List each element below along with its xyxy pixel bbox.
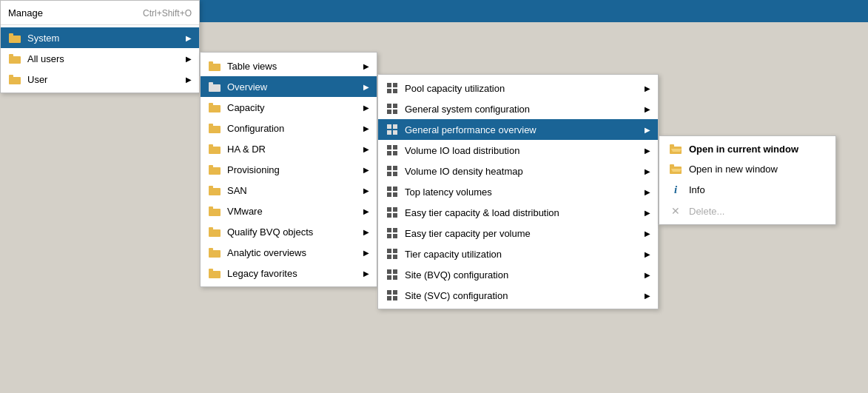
provisioning-label: Provisioning bbox=[227, 164, 356, 175]
analytic-overviews-item[interactable]: Analytic overviews ▶ bbox=[201, 242, 377, 263]
san-label: SAN bbox=[227, 185, 356, 196]
svg-rect-66 bbox=[387, 275, 391, 280]
qualify-bvq-item[interactable]: Qualify BVQ objects ▶ bbox=[201, 221, 377, 242]
svg-rect-54 bbox=[387, 213, 391, 218]
site-bvq-config-grid-icon bbox=[386, 268, 399, 281]
open-current-folder-open-icon bbox=[668, 144, 683, 154]
qualify-bvq-arrow: ▶ bbox=[363, 228, 369, 236]
svg-rect-46 bbox=[387, 172, 391, 176]
open-new-label: Open in new window bbox=[689, 164, 778, 175]
svg-rect-70 bbox=[387, 296, 391, 300]
svg-rect-50 bbox=[387, 192, 391, 197]
san-folder-icon bbox=[208, 184, 221, 197]
manage-item[interactable]: Manage Ctrl+Shift+O bbox=[1, 4, 199, 22]
system-item[interactable]: System ▶ bbox=[1, 27, 199, 48]
tier-capacity-arrow: ▶ bbox=[645, 250, 650, 258]
qualify-bvq-folder-icon bbox=[208, 225, 221, 238]
svg-rect-4 bbox=[9, 77, 21, 84]
capacity-folder-icon bbox=[208, 101, 221, 114]
table-views-item[interactable]: Table views ▶ bbox=[201, 56, 377, 76]
easy-tier-cap-vol-arrow: ▶ bbox=[645, 229, 650, 238]
svg-rect-13 bbox=[209, 124, 213, 127]
svg-rect-33 bbox=[393, 104, 397, 108]
general-perf-overview-arrow: ▶ bbox=[645, 126, 650, 134]
general-perf-overview-item[interactable]: General performance overview ▶ bbox=[378, 119, 658, 140]
overview-folder-icon bbox=[208, 80, 221, 93]
svg-marker-74 bbox=[671, 149, 682, 152]
svg-rect-69 bbox=[393, 290, 397, 295]
easy-tier-cap-load-item[interactable]: Easy tier capacity & load distribution ▶ bbox=[378, 202, 658, 223]
favorites-menu: Manage Ctrl+Shift+O System ▶ All users ▶… bbox=[0, 0, 200, 93]
legacy-favorites-item[interactable]: Legacy favorites ▶ bbox=[201, 263, 377, 283]
san-item[interactable]: SAN ▶ bbox=[201, 180, 377, 201]
svg-rect-41 bbox=[393, 145, 397, 150]
provisioning-arrow: ▶ bbox=[363, 166, 369, 174]
all-users-item[interactable]: All users ▶ bbox=[1, 48, 199, 69]
top-latency-label: Top latency volumes bbox=[405, 187, 637, 198]
svg-rect-58 bbox=[387, 234, 391, 238]
svg-rect-22 bbox=[209, 229, 221, 237]
svg-rect-55 bbox=[393, 213, 397, 218]
overview-arrow: ▶ bbox=[363, 83, 369, 91]
configuration-folder-icon bbox=[208, 121, 221, 135]
svg-rect-64 bbox=[387, 269, 391, 274]
site-bvq-config-item[interactable]: Site (BVQ) configuration ▶ bbox=[378, 264, 658, 285]
context-menu: Open in current window Open in new windo… bbox=[659, 135, 836, 225]
configuration-label: Configuration bbox=[227, 123, 356, 134]
svg-rect-65 bbox=[393, 269, 397, 274]
volume-io-load-label: Volume IO load distribution bbox=[405, 145, 637, 156]
info-item[interactable]: i Info bbox=[659, 179, 835, 201]
vmware-item[interactable]: VMware ▶ bbox=[201, 201, 377, 221]
svg-rect-51 bbox=[393, 192, 397, 197]
site-svc-config-item[interactable]: Site (SVC) configuration ▶ bbox=[378, 285, 658, 306]
tier-capacity-grid-icon bbox=[386, 247, 399, 261]
user-item[interactable]: User ▶ bbox=[1, 69, 199, 90]
table-views-arrow: ▶ bbox=[363, 62, 369, 70]
site-svc-config-arrow: ▶ bbox=[645, 292, 650, 300]
info-icon: i bbox=[668, 184, 683, 196]
tier-capacity-label: Tier capacity utilization bbox=[405, 249, 637, 260]
configuration-item[interactable]: Configuration ▶ bbox=[201, 118, 377, 138]
svg-rect-49 bbox=[393, 187, 397, 191]
info-label: Info bbox=[689, 184, 705, 195]
open-new-item[interactable]: Open in new window bbox=[659, 159, 835, 179]
delete-item[interactable]: ✕ Delete... bbox=[659, 201, 835, 221]
table-views-label: Table views bbox=[227, 61, 356, 72]
easy-tier-cap-vol-item[interactable]: Easy tier capacity per volume ▶ bbox=[378, 223, 658, 243]
svg-rect-31 bbox=[393, 89, 397, 93]
overview-item[interactable]: Overview ▶ bbox=[201, 76, 377, 97]
open-current-item[interactable]: Open in current window bbox=[659, 139, 835, 159]
open-current-label: Open in current window bbox=[689, 144, 798, 155]
svg-rect-30 bbox=[387, 89, 391, 93]
volume-io-load-item[interactable]: Volume IO load distribution ▶ bbox=[378, 140, 658, 161]
general-system-config-label: General system configuration bbox=[405, 104, 637, 115]
svg-rect-76 bbox=[670, 164, 674, 167]
capacity-item[interactable]: Capacity ▶ bbox=[201, 97, 377, 118]
svg-rect-34 bbox=[387, 110, 391, 114]
easy-tier-cap-load-label: Easy tier capacity & load distribution bbox=[405, 207, 637, 218]
manage-label: Manage bbox=[8, 7, 128, 19]
san-arrow: ▶ bbox=[363, 187, 369, 195]
svg-rect-14 bbox=[209, 147, 221, 154]
ha-dr-label: HA & DR bbox=[227, 144, 356, 155]
top-latency-item[interactable]: Top latency volumes ▶ bbox=[378, 181, 658, 202]
svg-rect-38 bbox=[387, 130, 391, 135]
overview-submenu: Pool capacity utilization ▶ General syst… bbox=[377, 74, 659, 309]
capacity-label: Capacity bbox=[227, 102, 356, 113]
pool-capacity-item[interactable]: Pool capacity utilization ▶ bbox=[378, 78, 658, 98]
delete-label: Delete... bbox=[689, 206, 724, 217]
tier-capacity-item[interactable]: Tier capacity utilization ▶ bbox=[378, 243, 658, 264]
general-system-config-item[interactable]: General system configuration ▶ bbox=[378, 98, 658, 119]
ha-dr-item[interactable]: HA & DR ▶ bbox=[201, 138, 377, 159]
menu-divider-1 bbox=[1, 24, 199, 25]
volume-io-density-item[interactable]: Volume IO density heatmap ▶ bbox=[378, 161, 658, 181]
provisioning-item[interactable]: Provisioning ▶ bbox=[201, 159, 377, 180]
user-label: User bbox=[27, 74, 178, 85]
svg-rect-16 bbox=[209, 167, 221, 175]
svg-rect-73 bbox=[670, 144, 674, 147]
provisioning-folder-icon bbox=[208, 163, 221, 176]
svg-rect-71 bbox=[393, 296, 397, 300]
analytic-overviews-folder-icon bbox=[208, 246, 221, 259]
easy-tier-cap-vol-label: Easy tier capacity per volume bbox=[405, 228, 637, 239]
pool-capacity-arrow: ▶ bbox=[645, 84, 650, 93]
